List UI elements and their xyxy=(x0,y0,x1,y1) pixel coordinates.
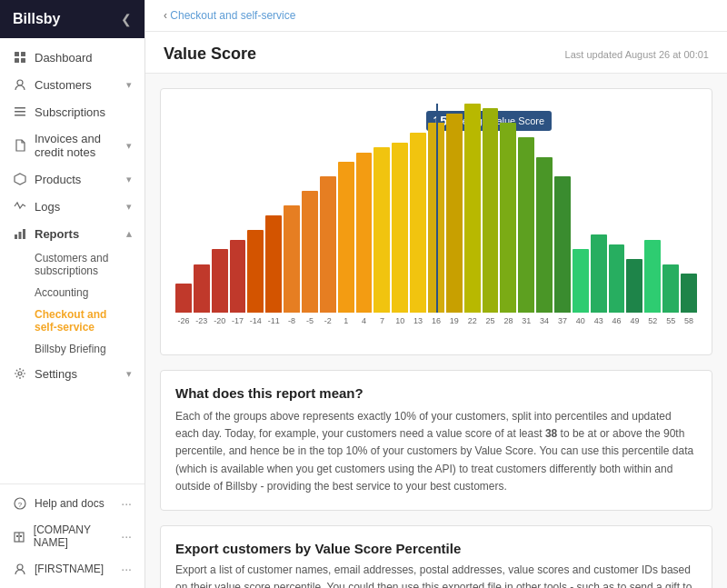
settings-icon xyxy=(13,366,27,381)
svg-rect-7 xyxy=(15,115,25,116)
x-axis-label: -23 xyxy=(194,316,210,325)
x-axis-label: -14 xyxy=(247,316,264,325)
x-axis-label: 40 xyxy=(573,316,589,325)
x-axis-label: 1 xyxy=(338,316,354,325)
x-axis-label: 58 xyxy=(681,316,697,325)
company-item[interactable]: [COMPANY NAME] ··· xyxy=(0,517,144,555)
chart-bar xyxy=(500,123,516,313)
x-axis-label: 52 xyxy=(644,316,661,325)
company-label: [COMPANY NAME] xyxy=(34,523,122,549)
question-icon: ? xyxy=(13,496,27,511)
chart-section: 15Average Value Score -26-23-20-17-14-11… xyxy=(160,88,712,355)
sidebar-sub-customers-subs[interactable]: Customers and subscriptions xyxy=(0,247,144,282)
x-axis-label: -8 xyxy=(284,316,300,325)
logs-label: Logs xyxy=(35,200,60,214)
firstname-label: [FIRSTNAME] xyxy=(35,563,104,575)
chart-bar xyxy=(410,133,426,313)
dashboard-label: Dashboard xyxy=(35,51,93,65)
sidebar-item-reports[interactable]: Reports ▴ xyxy=(0,220,144,247)
sidebar-sub-briefing[interactable]: Billsby Briefing xyxy=(0,338,144,360)
user-item[interactable]: [FIRSTNAME] ··· xyxy=(0,555,144,583)
chart-bar xyxy=(626,259,642,313)
svg-point-4 xyxy=(17,80,23,85)
chart-wrapper: 15Average Value Score -26-23-20-17-14-11… xyxy=(175,104,697,340)
app-name: Billsby xyxy=(13,11,60,27)
bar-chart-icon xyxy=(13,226,27,241)
sidebar-sub-checkout[interactable]: Checkout and self-service xyxy=(0,304,144,338)
user-icon xyxy=(13,77,27,92)
more-dots-help[interactable]: ··· xyxy=(121,496,132,511)
x-axis-label: -26 xyxy=(175,316,192,325)
sidebar-item-customers[interactable]: Customers ▾ xyxy=(0,71,144,98)
sidebar: Billsby ❮ Dashboard Customers ▾ Subscrip… xyxy=(0,0,145,588)
chart-bar xyxy=(194,264,210,313)
chart-bar xyxy=(212,249,228,313)
sidebar-item-settings[interactable]: Settings ▾ xyxy=(0,360,144,387)
svg-rect-9 xyxy=(19,232,22,239)
export-desc: Export a list of customer names, email a… xyxy=(175,562,697,588)
x-axis-label: 55 xyxy=(662,316,679,325)
help-label: Help and docs xyxy=(35,497,105,510)
sidebar-collapse-button[interactable]: ❮ xyxy=(121,12,132,26)
sidebar-item-products[interactable]: Products ▾ xyxy=(0,165,144,193)
export-title: Export customers by Value Score Percenti… xyxy=(175,541,697,556)
x-axis-label: -17 xyxy=(230,316,246,325)
chart-bar xyxy=(483,108,499,313)
chevron-down-icon-3: ▾ xyxy=(126,174,132,185)
reports-label: Reports xyxy=(35,227,79,241)
more-dots-company[interactable]: ··· xyxy=(121,529,132,543)
chart-bar xyxy=(356,153,373,314)
chevron-down-icon-5: ▾ xyxy=(126,368,132,380)
chart-bar xyxy=(338,162,354,313)
page-header: Value Score Last updated August 26 at 00… xyxy=(145,32,727,74)
info-text: Each of the groups above represents exac… xyxy=(175,408,697,495)
main-content: ‹ Checkout and self-service Value Score … xyxy=(145,0,727,588)
sidebar-logo: Billsby ❮ xyxy=(0,0,144,38)
svg-rect-6 xyxy=(15,111,25,113)
svg-rect-17 xyxy=(20,535,22,537)
last-updated: Last updated August 26 at 00:01 xyxy=(565,49,709,60)
x-axis-label: 37 xyxy=(554,316,571,325)
chart-bar xyxy=(573,249,589,313)
chart-bar xyxy=(681,274,697,313)
file-icon xyxy=(13,138,27,153)
chart-bar xyxy=(518,137,534,313)
x-axis-label: 10 xyxy=(392,316,408,325)
chart-bar xyxy=(591,234,607,313)
chart-bar xyxy=(609,244,625,313)
sidebar-item-dashboard[interactable]: Dashboard xyxy=(0,44,144,71)
x-axis-label: -5 xyxy=(302,316,318,325)
help-docs-item[interactable]: ? Help and docs ··· xyxy=(0,490,144,517)
chart-bar xyxy=(320,176,336,313)
x-axis-label: 16 xyxy=(428,316,444,325)
customers-label: Customers xyxy=(35,78,92,92)
svg-rect-3 xyxy=(21,58,25,63)
x-axis-label: -2 xyxy=(320,316,336,325)
chart-bar xyxy=(265,215,282,313)
info-title: What does this report mean? xyxy=(175,385,697,401)
svg-point-18 xyxy=(17,564,23,570)
chart-bar xyxy=(284,205,300,313)
x-axis-label: 31 xyxy=(518,316,534,325)
svg-rect-5 xyxy=(15,107,25,109)
page-title: Value Score xyxy=(164,45,256,64)
info-section: What does this report mean? Each of the … xyxy=(160,370,712,511)
grid-icon xyxy=(13,50,27,65)
activity-icon xyxy=(13,199,27,214)
chart-bar xyxy=(464,104,481,313)
x-axis-label: 49 xyxy=(626,316,642,325)
x-axis-label: 7 xyxy=(373,316,390,325)
chart-bar xyxy=(554,176,571,313)
invoices-label: Invoices and credit notes xyxy=(35,132,126,159)
sidebar-item-subscriptions[interactable]: Subscriptions xyxy=(0,98,144,125)
list-icon xyxy=(13,105,27,119)
chart-bar xyxy=(230,240,246,313)
chart-bar xyxy=(536,157,553,313)
sidebar-sub-accounting[interactable]: Accounting xyxy=(0,282,144,304)
sidebar-item-logs[interactable]: Logs ▾ xyxy=(0,193,144,220)
breadcrumb-link[interactable]: Checkout and self-service xyxy=(170,9,295,22)
more-dots-user[interactable]: ··· xyxy=(121,562,132,576)
chart-container: 15Average Value Score -26-23-20-17-14-11… xyxy=(175,104,697,340)
sidebar-item-invoices[interactable]: Invoices and credit notes ▾ xyxy=(0,125,144,165)
export-section: Export customers by Value Score Percenti… xyxy=(160,525,712,588)
